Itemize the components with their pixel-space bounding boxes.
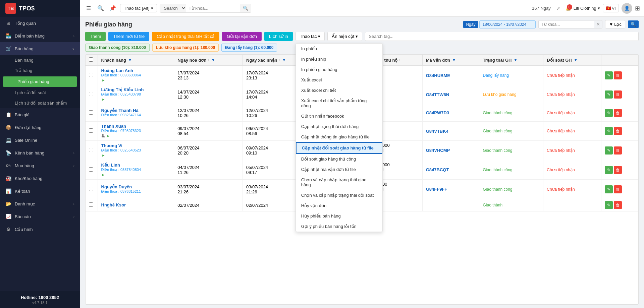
dropdown-doi-soat-thu-cong[interactable]: Đối soát giao hàng thủ công: [296, 154, 382, 164]
tracking-number[interactable]: G84PW7D3: [426, 110, 449, 115]
row-checkbox[interactable]: [89, 187, 93, 191]
them-button[interactable]: Thêm: [85, 32, 106, 41]
row-checkbox[interactable]: [89, 73, 93, 77]
lich-su-in-button[interactable]: Lịch sử in: [264, 32, 293, 41]
expand-icon[interactable]: ⤢: [553, 4, 563, 13]
tracking-number[interactable]: G84TTW6N: [426, 92, 449, 97]
filter-dropdown-button[interactable]: ▼ Lọc: [605, 20, 625, 28]
hamburger-icon[interactable]: ☰: [84, 4, 93, 13]
thao-tac-nav-btn[interactable]: Thao tác [Alt] ▾: [120, 4, 157, 12]
dropdown-cap-nhat-trang-thai-dh[interactable]: Cập nhật trạng thái đơn hàng: [296, 121, 382, 132]
trang-thai-gh-filter-icon[interactable]: ▼: [514, 58, 517, 62]
delete-button[interactable]: 🗑: [614, 127, 622, 135]
dropdown-chon-cap-nhat-trang-thai-gh[interactable]: Chọn và cập nhập trạng thái giao hàng: [296, 175, 382, 190]
sidebar-item-ke-toan[interactable]: 📊 Kế toán: [0, 185, 80, 197]
clear-search-icon[interactable]: ✕: [594, 20, 602, 28]
user-avatar[interactable]: 👤: [622, 3, 632, 14]
an-hien-cot-button[interactable]: Ẩn hiện cột ▾: [327, 32, 362, 41]
tracking-number[interactable]: G84VTBK4: [426, 129, 448, 134]
dropdown-huy-phieu-ban-hang[interactable]: Hủy phiếu bán hàng: [296, 211, 382, 221]
search-type-select[interactable]: Search: [160, 4, 186, 12]
row-checkbox[interactable]: [89, 202, 93, 207]
delete-button[interactable]: 🗑: [614, 90, 622, 99]
sidebar-item-kho[interactable]: 🏭 Kho/Kho hàng: [0, 172, 80, 185]
row-checkbox[interactable]: [89, 167, 93, 172]
notification-bell[interactable]: 🔔 0: [566, 6, 571, 11]
sidebar-sub-item-tra-hang[interactable]: Trả hàng: [0, 65, 80, 76]
delete-button[interactable]: 🗑: [614, 146, 622, 155]
cap-nhat-button[interactable]: Cập nhật trạng thái GH tất cả: [152, 32, 219, 41]
dropdown-chon-cap-nhat-doi-soat[interactable]: Chọn và cập nhập trạng thái đối soát: [296, 190, 382, 200]
tracking-number[interactable]: G84HUBME: [426, 73, 450, 78]
edit-button[interactable]: ✎: [605, 166, 613, 174]
delete-button[interactable]: 🗑: [614, 185, 622, 193]
sidebar-item-ban-hang[interactable]: 🛒 Bán hàng ∨: [0, 42, 80, 55]
edit-button[interactable]: ✎: [605, 146, 613, 155]
sidebar-sub-item-lich-su-doi-soat-sp[interactable]: Lịch sử đối soát sản phẩm: [0, 98, 80, 108]
sidebar-sub-item-ban-hang[interactable]: Bán hàng: [0, 55, 80, 65]
edit-button[interactable]: ✎: [605, 71, 613, 79]
ngay-xac-nhan-sort-icon[interactable]: ↕: [279, 58, 280, 62]
sidebar-item-danh-muc[interactable]: 📂 Danh mục ›: [0, 197, 80, 210]
filter-search-input[interactable]: [539, 21, 594, 28]
search-submit-button[interactable]: 🔍: [240, 4, 251, 12]
dropdown-cap-nhat-tt-giao-hang-file[interactable]: Cập nhật thông tin giao hàng từ file: [296, 132, 382, 142]
tracking-number[interactable]: G84VHCMP: [426, 148, 450, 153]
row-checkbox[interactable]: [89, 110, 93, 115]
grid-icon[interactable]: ⊞: [635, 5, 640, 12]
search-input[interactable]: [186, 4, 240, 12]
ngay-hoa-don-filter-icon[interactable]: ▼: [211, 58, 215, 62]
dropdown-cap-nhat-doi-soat-gh-file[interactable]: Cập nhật đối soát giao hàng từ file: [296, 142, 382, 154]
tracking-number[interactable]: G84FF9FF: [426, 187, 447, 192]
sidebar-item-don-dat-hang[interactable]: 📦 Đơn đặt hàng: [0, 121, 80, 134]
edit-button[interactable]: ✎: [605, 201, 613, 209]
sidebar-item-cau-hinh[interactable]: ⚙ Cấu hình: [0, 223, 80, 236]
ngay-hoa-don-sort-icon[interactable]: ↕: [208, 58, 209, 62]
tien-thu-ho-sort-icon[interactable]: ↕: [399, 58, 400, 62]
gui-lai-button[interactable]: Gửi lại vận đơn: [222, 32, 262, 41]
dropdown-in-phieu-giao-hang[interactable]: In phiếu giao hàng: [296, 64, 382, 75]
sidebar-sub-item-phieu-giao-hang[interactable]: Phiếu giao hàng: [3, 76, 77, 87]
language-selector[interactable]: 🇻🇳 VI: [603, 4, 619, 12]
delete-button[interactable]: 🗑: [614, 201, 622, 209]
edit-button[interactable]: ✎: [605, 127, 613, 135]
them-moi-button[interactable]: Thêm mới từ file: [108, 32, 149, 41]
row-checkbox[interactable]: [89, 92, 93, 96]
pin-icon[interactable]: 📌: [108, 4, 117, 13]
sidebar-item-diem-ban-hang[interactable]: 🏪 Điểm bán hàng ›: [0, 29, 80, 42]
delete-button[interactable]: 🗑: [614, 71, 622, 79]
dropdown-goi-y-phieu-ban-hang-loi-ton[interactable]: Gợi ý phiếu bán hàng lỗi tồn: [296, 221, 382, 232]
row-checkbox[interactable]: [89, 148, 93, 152]
sidebar-item-bao-cao[interactable]: 📈 Báo cáo ›: [0, 210, 80, 223]
dropdown-huy-van-don[interactable]: Hủy vận đơn: [296, 200, 382, 211]
sidebar-item-tong-quan[interactable]: ⊞ Tổng quan: [0, 17, 80, 29]
sidebar-sub-item-lich-su-doi-soat[interactable]: Lịch sử đối soát: [0, 87, 80, 98]
search-tag-input[interactable]: [365, 32, 639, 41]
row-checkbox[interactable]: [89, 128, 93, 133]
dropdown-xuat-excel-chitiet[interactable]: Xuất excel chi tiết: [296, 85, 382, 96]
filter-search-button[interactable]: 🔍: [628, 20, 639, 28]
delete-button[interactable]: 🗑: [614, 166, 622, 174]
thao-tac-button[interactable]: Thao tác ▾: [296, 32, 325, 41]
sidebar-item-mua-hang[interactable]: 🛍 Mua hàng ›: [0, 159, 80, 172]
sidebar-item-sale-online[interactable]: 💻 Sale Online: [0, 134, 80, 146]
dropdown-xuat-excel[interactable]: Xuất excel: [296, 75, 382, 85]
date-range-input[interactable]: [479, 20, 536, 28]
dropdown-gui-tin-nhan-fb[interactable]: Gửi tin nhắn facebook: [296, 111, 382, 121]
store-selector[interactable]: Liti Clothing ▾: [574, 6, 600, 11]
edit-button[interactable]: ✎: [605, 109, 613, 117]
search-nav-icon[interactable]: 🔍: [96, 4, 105, 13]
dropdown-in-phieu-ship[interactable]: In phiếu ship: [296, 54, 382, 64]
ma-van-don-filter-icon[interactable]: ▼: [452, 58, 456, 62]
dropdown-xuat-excel-chitiet-sp[interactable]: Xuất excel chi tiết sản phẩm từng dòng: [296, 96, 382, 111]
edit-button[interactable]: ✎: [605, 90, 613, 99]
sidebar-item-bao-gia[interactable]: 📋 Báo giá: [0, 108, 80, 121]
select-all-checkbox[interactable]: [89, 57, 93, 62]
tracking-number[interactable]: G847BCQT: [426, 167, 449, 172]
delete-button[interactable]: 🗑: [614, 109, 622, 117]
doi-soat-gh-filter-icon[interactable]: ▼: [574, 58, 578, 62]
sidebar-item-kenh-ban-hang[interactable]: 📡 Kênh bán hàng ›: [0, 146, 80, 159]
dropdown-in-phieu[interactable]: In phiếu: [296, 44, 382, 54]
khach-hang-filter-icon[interactable]: ▼: [128, 58, 132, 62]
dropdown-cap-nhat-ma-van-don-file[interactable]: Cập nhật mã vận đơn từ file: [296, 164, 382, 175]
